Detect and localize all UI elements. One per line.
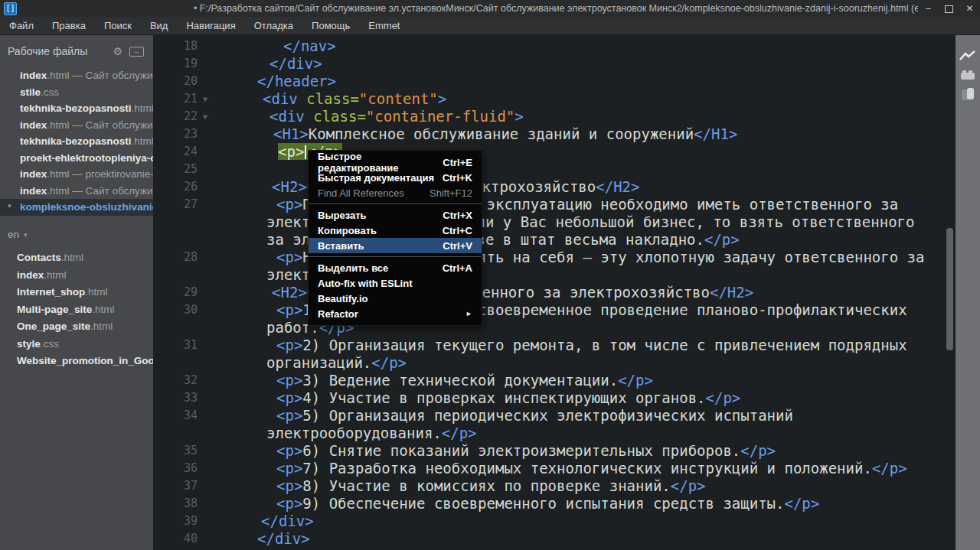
- working-file-item[interactable]: tekhnika-bezopasnosti.html —: [0, 133, 153, 150]
- context-menu-item[interactable]: Быстрая документацияCtrl+K: [309, 170, 482, 185]
- project-header[interactable]: en ▾: [0, 226, 153, 243]
- working-file-item[interactable]: index.html — Сайт обслуживан: [0, 117, 153, 134]
- code-row[interactable]: работ.</p>: [153, 319, 956, 337]
- file-name: index: [20, 185, 47, 197]
- context-menu-item[interactable]: Beautify.io: [309, 291, 482, 306]
- code-row[interactable]: 23<H1>Комплексное обслуживание зданий и …: [153, 125, 956, 143]
- project-file-item[interactable]: Internet_shop.html: [0, 284, 153, 301]
- fold-arrow-icon[interactable]: ▼: [198, 90, 220, 108]
- working-file-item[interactable]: index.html — proektirovanie-elek: [0, 166, 153, 183]
- gear-icon[interactable]: ⚙: [113, 45, 122, 57]
- code-row[interactable]: 37<p>8) Участие в комиссиях по проверке …: [153, 477, 956, 495]
- code-line: </header>: [257, 73, 336, 90]
- context-menu-item[interactable]: Выделить всеCtrl+A: [309, 260, 482, 275]
- code-line: <div class="content">: [263, 90, 446, 108]
- editor-scrollbar[interactable]: [946, 228, 953, 350]
- line-number: 19: [153, 55, 198, 73]
- menu-item-label: Beautify.io: [318, 293, 368, 304]
- code-row[interactable]: 18</nav>: [153, 37, 956, 55]
- code-row[interactable]: 22▼<div class="container-fluid">: [153, 108, 956, 125]
- line-number: 20: [153, 73, 198, 90]
- working-files-list: index.html — Сайт обслуживанstile.csstek…: [0, 67, 153, 216]
- code-row[interactable]: 19</div>: [153, 55, 956, 73]
- code-row[interactable]: 31<p>2) Организация текущего ремонта, в …: [153, 337, 956, 354]
- project-file-item[interactable]: Multi-page_site.html: [0, 301, 153, 318]
- code-row[interactable]: 38<p>9) Обеспечение своевременного испыт…: [153, 495, 956, 513]
- line-number: 29: [153, 284, 198, 301]
- menubar-item[interactable]: Навигация: [177, 20, 244, 31]
- context-menu-item[interactable]: ВырезатьCtrl+X: [309, 207, 482, 223]
- working-file-item[interactable]: tekhnika-bezopasnosti.html —: [0, 100, 153, 117]
- project-file-item[interactable]: style.css: [0, 335, 153, 353]
- menubar-item[interactable]: Поиск: [95, 20, 141, 31]
- context-menu-item[interactable]: Быстрое редактированиеCtrl+E: [309, 155, 482, 170]
- code-row[interactable]: организаций.</p>: [153, 354, 956, 372]
- minimize-button[interactable]: –: [918, 0, 939, 17]
- code-row[interactable]: 29<H2>Обязанности ответственного за элек…: [153, 284, 956, 301]
- extensions-icon[interactable]: [960, 70, 975, 80]
- code-editor[interactable]: 18</nav>19</div>20</header>21▼<div class…: [153, 35, 956, 550]
- code-rows: 18</nav>19</div>20</header>21▼<div class…: [153, 37, 956, 550]
- gutter: 38: [153, 495, 249, 513]
- project-file-item[interactable]: index.html: [0, 266, 153, 284]
- code-line: <p>6) Снятие показаний электроизмеритель…: [276, 442, 776, 460]
- close-button[interactable]: ✕: [959, 0, 980, 17]
- code-line: <p>7) Разработка необходимых технологиче…: [276, 460, 907, 477]
- file-name: proekt-ehlektrootopleniya-cha: [20, 152, 153, 164]
- context-menu-item[interactable]: КопироватьCtrl+C: [309, 223, 482, 238]
- pages-icon[interactable]: [960, 88, 975, 101]
- working-file-item[interactable]: stile.css: [0, 84, 153, 101]
- code-row[interactable]: 40</div>: [153, 530, 956, 548]
- context-menu-item[interactable]: Auto-fix with ESLint: [309, 275, 482, 291]
- code-row[interactable]: 26<H2>Отдайте нам ваше электрохозяйство<…: [153, 178, 956, 196]
- split-view-icon[interactable]: ↔: [129, 47, 144, 57]
- code-line: </div>: [270, 55, 322, 73]
- code-row[interactable]: 35<p>6) Снятие показаний электроизмерите…: [153, 442, 956, 460]
- live-preview-icon[interactable]: [959, 50, 976, 62]
- working-file-item[interactable]: proekt-ehlektrootopleniya-cha: [0, 150, 153, 167]
- code-row[interactable]: 21▼<div class="content">: [153, 90, 956, 108]
- project-file-item[interactable]: Website_promotion_in_Google.html: [0, 353, 153, 370]
- context-menu-item[interactable]: ВставитьCtrl+V: [309, 238, 482, 253]
- menubar-item[interactable]: Помощь: [302, 20, 359, 31]
- code-row[interactable]: 28<p>Наша фирма сможет взять на себя — э…: [153, 249, 956, 266]
- code-row[interactable]: 25: [153, 161, 956, 178]
- restore-button[interactable]: [939, 0, 959, 17]
- code-row[interactable]: электрохозяйства тут. Если у Вас небольш…: [153, 213, 956, 231]
- code-row[interactable]: электрохозяйство.</p>: [153, 266, 956, 284]
- project-file-item[interactable]: One_page_site.html: [0, 318, 153, 336]
- working-file-item[interactable]: index.html — Сайт обслуживан: [0, 67, 153, 84]
- code-row[interactable]: 30<p>1) Выполнение работ своевременное п…: [153, 301, 956, 319]
- code-row[interactable]: электрооборудования.</p>: [153, 425, 956, 442]
- working-file-item[interactable]: •kompleksnoe-obsluzhivanie-z: [0, 199, 153, 216]
- code-row[interactable]: 24<p></p>: [153, 143, 956, 161]
- context-menu-item[interactable]: Refactor►: [309, 306, 482, 321]
- code-row[interactable]: за электрохозяйство челове в штат весьма…: [153, 231, 956, 249]
- gutter: 36: [153, 460, 249, 477]
- menubar-item[interactable]: Вид: [141, 20, 178, 31]
- project-name: en: [8, 229, 19, 240]
- line-number: 33: [153, 389, 198, 407]
- fold-arrow-icon[interactable]: ▼: [198, 108, 220, 125]
- code-row[interactable]: 34<p>5) Организация периодических электр…: [153, 407, 956, 425]
- menubar-item[interactable]: Правка: [43, 20, 95, 31]
- code-row[interactable]: 39</div>: [153, 513, 956, 530]
- gutter: [153, 319, 249, 337]
- project-file-item[interactable]: Contacts.html: [0, 249, 153, 267]
- menubar-item[interactable]: Файл: [0, 20, 43, 31]
- code-row[interactable]: 20</header>: [153, 73, 956, 90]
- code-row[interactable]: 36<p>7) Разработка необходимых технологи…: [153, 460, 956, 477]
- code-row[interactable]: 32<p>3) Ведение технической документации…: [153, 372, 956, 389]
- line-number: 35: [153, 442, 198, 460]
- working-file-item[interactable]: index.html — Сайт обслуживан: [0, 183, 153, 200]
- code-row[interactable]: 33<p>4) Участие в проверках инспектирующ…: [153, 389, 956, 407]
- menubar-item[interactable]: Emmet: [359, 20, 409, 31]
- gutter: 37: [153, 477, 249, 495]
- file-name: Internet_shop: [17, 286, 85, 298]
- context-menu-item[interactable]: Find All ReferencesShift+F12: [309, 185, 482, 200]
- code-row[interactable]: 27<p>Принимая установки в эксплуатацию н…: [153, 196, 956, 213]
- gutter: 32: [153, 372, 249, 389]
- title-bar[interactable]: [] • F:/Разработка сайтов/Сайт обслужива…: [0, 0, 980, 17]
- code-line: <p>3) Ведение технической документации.<…: [276, 372, 653, 389]
- menubar-item[interactable]: Отладка: [245, 20, 302, 31]
